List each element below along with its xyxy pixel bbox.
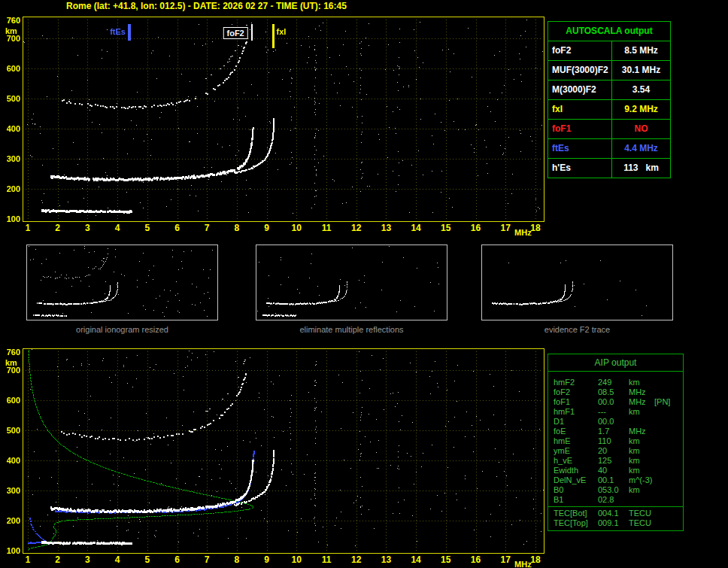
aip-note [654,518,683,528]
thumbnail-caption-eliminate: eliminate multiple reflections [256,325,447,334]
x-tick-label: 13 [375,554,396,565]
autoscala-label-ftes: ftEs [548,139,611,158]
aip-label: D1 [554,417,598,427]
aip-value: --- [598,407,629,417]
x-tick-label: 15 [435,223,457,233]
x-tick-label: 5 [137,223,158,233]
aip-row-hme: hmE110km [554,436,683,446]
x-tick-label: 10 [286,223,307,233]
ionogram-top-frame [23,17,544,222]
aip-row-fof2: foF208.5MHz [554,387,683,397]
aip-label: B0 [554,485,598,495]
aip-note [654,446,683,456]
x-tick-label: 13 [375,223,396,233]
y-axis-unit: km [5,26,17,35]
aip-output-table: AIP output hmF2249kmfoF208.5MHzfoF100.0M… [548,354,684,531]
aip-note [654,475,683,485]
aip-value: 00.0 [598,417,629,427]
autoscala-output-table: AUTOSCALA output foF28.5 MHzMUF(3000)F23… [548,21,671,178]
x-tick-label: 14 [405,554,426,565]
x-tick-label: 2 [47,223,68,233]
y-tick-label: 200 [0,516,20,525]
y-tick-label: 400 [0,456,20,465]
x-tick-label: 12 [346,554,367,565]
aip-row-foe: foE1.7MHz [554,427,683,436]
aip-note [654,427,683,436]
x-tick-label: 10 [286,554,307,565]
autoscala-table-title: AUTOSCALA output [548,22,670,41]
aip-table-title: AIP output [548,354,683,372]
autoscala-label-m-3000-f2: M(3000)F2 [548,80,611,99]
aip-unit: km [629,436,654,446]
aip-value: 40 [598,466,629,475]
x-tick-label: 17 [495,554,516,565]
x-tick-label: 16 [466,223,487,233]
aip-note [654,466,683,475]
aip-unit: km [629,456,654,466]
aip-value: 00.1 [598,475,629,485]
autoscala-row-fxi: fxI9.2 MHz [548,99,670,119]
aip-row-yme: ymE20km [554,446,683,456]
thumbnail-evidence-canvas [482,245,672,320]
aip-unit: MHz [629,397,654,407]
x-tick-label: 3 [77,223,98,233]
autoscala-row-fof2: foF28.5 MHz [548,41,670,60]
x-tick-label: 11 [316,223,337,233]
ionogram-bottom: 760700600500400300200100km12345678910111… [0,348,544,568]
x-tick-label: 7 [196,554,217,565]
aip-note [654,436,683,446]
aip-row-fof1: foF100.0MHz[PN] [554,397,683,407]
aip-unit: km [629,466,654,475]
autoscala-row-ftes: ftEs4.4 MHz [548,138,670,158]
y-tick-label: 600 [0,64,20,73]
aip-unit: MHz [629,427,654,436]
aip-row-h-ve: h_vE125km [554,456,683,466]
thumbnail-caption-original: original ionogram resized [26,325,218,334]
x-tick-label: 12 [346,223,367,233]
y-tick-label: 600 [0,396,20,405]
aip-label: hmF2 [554,378,598,387]
autoscala-value-muf-3000-f2: 30.1 MHz [611,61,670,80]
page-title: Rome (lat: +41.8, lon: 012.5) - DATE: 20… [66,1,347,11]
aip-table-tec-rows: TEC[Bot]004.1TECUTEC[Top]009.1TECU [548,506,683,530]
autoscala-label-fof1: foF1 [548,120,611,138]
y-tick-label: 760 [0,16,20,25]
x-tick-label: 6 [167,223,188,233]
x-tick-label: 1 [17,223,38,233]
x-tick-label: 17 [495,223,516,233]
x-tick-label: 16 [466,554,487,565]
thumbnail-caption-evidence: evidence F2 trace [481,325,673,334]
y-tick-label: 500 [0,94,20,103]
aip-label: TEC[Bot] [554,509,598,518]
aip-unit [629,495,654,505]
y-tick-label: 300 [0,486,20,495]
aip-unit: km [629,378,654,387]
thumbnail-eliminate-reflections [256,245,447,320]
aip-value: 125 [598,456,629,466]
aip-note [654,407,683,417]
aip-table-rows: hmF2249kmfoF208.5MHzfoF100.0MHz[PN]hmF1-… [548,372,683,506]
aip-note [654,485,683,495]
aip-label: h_vE [554,456,598,466]
aip-value: 02.8 [598,495,629,505]
thumbnail-eliminate-canvas [256,245,447,320]
y-tick-label: 300 [0,154,20,163]
ionogram-top-canvas [23,17,544,221]
aip-unit: km [629,407,654,417]
y-tick-label: 760 [0,348,20,357]
aip-label: hmE [554,436,598,446]
x-tick-label: 7 [196,223,217,233]
x-tick-label: 11 [316,554,337,565]
ionogram-top: 760700600500400300200100km12345678910111… [0,17,544,236]
aip-label: B1 [554,495,598,505]
aip-note [654,378,683,387]
aip-label: hmF1 [554,407,598,417]
thumbnail-original-ionogram [26,245,218,320]
aip-note [654,456,683,466]
marker-label-fof2: foF2 [223,27,248,39]
aip-label: DelN_vE [554,475,598,485]
aip-note [654,509,683,518]
x-tick-label: 4 [107,223,128,233]
aip-value: 009.1 [598,518,629,528]
autoscala-value-ftes: 4.4 MHz [611,139,670,158]
